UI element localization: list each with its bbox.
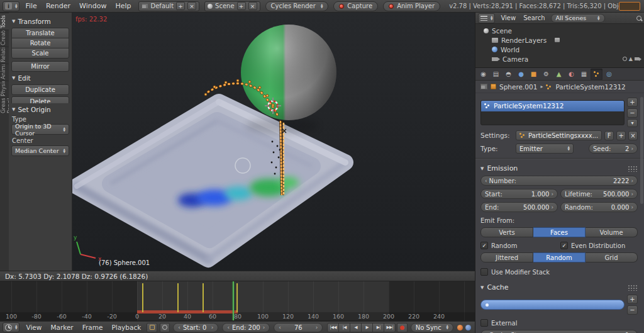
emit-end-field[interactable]: End: 500.000 › — [480, 202, 558, 212]
number-field[interactable]: ‹ Number: 2222 › — [480, 176, 638, 186]
shelf-tab-create[interactable]: Create — [0, 30, 9, 47]
tab-render-layers[interactable]: ▤ — [490, 69, 502, 80]
increment-icon[interactable]: › — [316, 324, 318, 330]
tab-object[interactable]: ■ — [528, 69, 540, 80]
increment-icon[interactable]: › — [631, 204, 633, 210]
current-frame-field[interactable]: ‹ 76 › — [274, 323, 323, 332]
menu-file[interactable]: File — [21, 2, 41, 10]
jump-to-start-button[interactable]: |◀◀ — [327, 323, 339, 332]
outliner-item-scene[interactable]: Scene — [475, 26, 644, 35]
panel-header-transform[interactable]: ▼ Transform — [12, 18, 69, 25]
shelf-tab-animation[interactable]: Animation — [0, 64, 9, 81]
external-checkbox-row[interactable]: External — [480, 319, 638, 327]
tab-object-data[interactable]: ▲ — [553, 69, 565, 80]
menu-render[interactable]: Render — [42, 2, 75, 10]
panel-drag-handle[interactable] — [628, 166, 638, 172]
record-button[interactable]: ● — [397, 323, 408, 332]
jump-to-end-button[interactable]: ▶▶| — [384, 323, 396, 332]
browse-context-icon[interactable] — [480, 84, 487, 89]
remove-cache-button[interactable]: − — [627, 305, 638, 315]
lifetime-field[interactable]: Lifetime: 500.000 › — [560, 189, 638, 199]
outliner-editor-type-button[interactable]: ▲▼ — [478, 13, 495, 23]
screen-layout-name[interactable]: Default — [151, 3, 174, 9]
particle-type-select[interactable]: Emitter ▲▼ — [516, 144, 574, 154]
breadcrumb-object[interactable]: Sphere.001 — [499, 83, 537, 91]
properties-scrollbar[interactable] — [640, 97, 643, 204]
av-sync-icon[interactable] — [465, 325, 471, 330]
origin-type-select[interactable]: Origin to 3D Cursor ▲▼ — [11, 124, 69, 135]
decrement-icon[interactable]: ‹ — [227, 324, 230, 330]
modifier-stack-checkbox-row[interactable]: Use Modifier Stack — [480, 268, 638, 276]
tab-render[interactable]: ◉ — [477, 69, 489, 80]
seed-field[interactable]: Seed: 2 › — [589, 144, 638, 154]
shelf-tab-tools[interactable]: Tools — [0, 13, 9, 30]
decrement-icon[interactable]: ‹ — [485, 178, 487, 184]
specials-menu-button[interactable]: ▾ — [627, 119, 638, 127]
shelf-tab-relations[interactable]: Relations — [0, 47, 9, 64]
decrement-icon[interactable]: ‹ — [279, 324, 281, 330]
prev-keyframe-button[interactable]: |◀ — [338, 323, 350, 332]
outliner-scope-select[interactable]: All Scenes ▲▼ — [551, 14, 605, 23]
next-keyframe-button[interactable]: ▶| — [372, 323, 384, 332]
decrement-icon[interactable]: ‹ — [178, 324, 180, 330]
scale-button[interactable]: Scale — [11, 48, 69, 59]
search-icon[interactable] — [636, 16, 641, 21]
timeline-editor-type-button[interactable]: ▲▼ — [3, 322, 19, 332]
distribution-grid[interactable]: Grid — [586, 252, 638, 262]
renderable-icon[interactable] — [635, 57, 639, 60]
selectable-icon[interactable]: ▲ — [629, 56, 633, 62]
distribution-jittered[interactable]: Jittered — [480, 252, 533, 262]
tab-world[interactable]: ● — [515, 69, 527, 80]
tab-physics[interactable]: ◎ — [603, 69, 615, 80]
checkbox-unchecked[interactable] — [480, 268, 488, 276]
timeline-menu-frame[interactable]: Frame — [79, 324, 107, 331]
increment-icon[interactable]: › — [211, 324, 214, 330]
add-cache-button[interactable]: + — [627, 295, 638, 304]
checkbox-unchecked[interactable] — [480, 319, 488, 327]
outliner-item-world[interactable]: World — [475, 45, 644, 54]
auto-keyframe-icon[interactable] — [457, 325, 463, 330]
unlink-settings-button[interactable]: × — [628, 131, 638, 140]
duplicate-button[interactable]: Duplicate — [11, 84, 69, 95]
menu-help[interactable]: Help — [111, 2, 135, 10]
particle-system-list[interactable]: ParticleSystem12312 — [480, 100, 625, 125]
lifetime-random-field[interactable]: Random: 0.000 › — [560, 202, 638, 212]
particle-settings-field[interactable]: ParticleSettingsxxxx... — [516, 130, 602, 140]
rotate-button[interactable]: Rotate — [11, 38, 69, 48]
even-distribution-checkbox-row[interactable]: ✓ Even Distribution — [560, 242, 638, 249]
play-button[interactable]: ▶ — [361, 323, 373, 332]
play-reverse-button[interactable]: ◀ — [350, 323, 362, 332]
emit-from-verts[interactable]: Verts — [480, 227, 533, 237]
random-checkbox-row[interactable]: ✓ Random — [480, 242, 558, 249]
distribution-random[interactable]: Random — [533, 252, 586, 262]
shelf-tab-physics[interactable]: Physics — [0, 81, 9, 98]
increment-icon[interactable]: › — [263, 324, 265, 330]
outliner-menu-search[interactable]: Search — [520, 14, 548, 21]
preview-range-toggle[interactable] — [147, 323, 157, 332]
remove-particle-system-button[interactable]: − — [627, 108, 638, 118]
timeline-menu-marker[interactable]: Marker — [47, 324, 77, 331]
increment-icon[interactable]: › — [631, 178, 633, 184]
origin-center-select[interactable]: Median Center ▲▼ — [11, 145, 69, 156]
mirror-button[interactable]: Mirror — [11, 61, 69, 72]
cache-step-field[interactable]: ‹ Cache Step: 1 › — [480, 330, 638, 333]
fake-user-button[interactable]: F — [604, 131, 614, 140]
shelf-tab-grease-pencil[interactable]: Grease Pencil — [0, 98, 9, 115]
delete-scene-button[interactable]: × — [248, 2, 257, 10]
add-scene-button[interactable]: + — [237, 2, 246, 10]
scene-name[interactable]: Scene — [215, 3, 235, 9]
tab-scene[interactable]: ◓ — [502, 69, 514, 80]
tab-modifiers[interactable]: ⚙ — [540, 69, 552, 80]
tab-texture[interactable]: ▦ — [578, 69, 590, 80]
frame-end-field[interactable]: ‹ End: 200 › — [222, 323, 270, 332]
sync-mode-select[interactable]: No Sync ▲▼ — [411, 323, 453, 332]
panel-header-cache[interactable]: ▼ Cache — [480, 283, 638, 291]
add-particle-system-button[interactable]: + — [627, 98, 638, 107]
timeline-menu-playback[interactable]: Playback — [108, 324, 145, 331]
breadcrumb-particle-system[interactable]: ParticleSystem12312 — [555, 83, 625, 91]
new-settings-button[interactable]: + — [616, 131, 626, 140]
delete-button[interactable]: Delete — [11, 96, 69, 103]
outliner-item-renderlayers[interactable]: RenderLayers — [475, 35, 644, 45]
menu-window[interactable]: Window — [75, 2, 111, 10]
emit-start-field[interactable]: Start: 1.000 › — [480, 189, 558, 199]
